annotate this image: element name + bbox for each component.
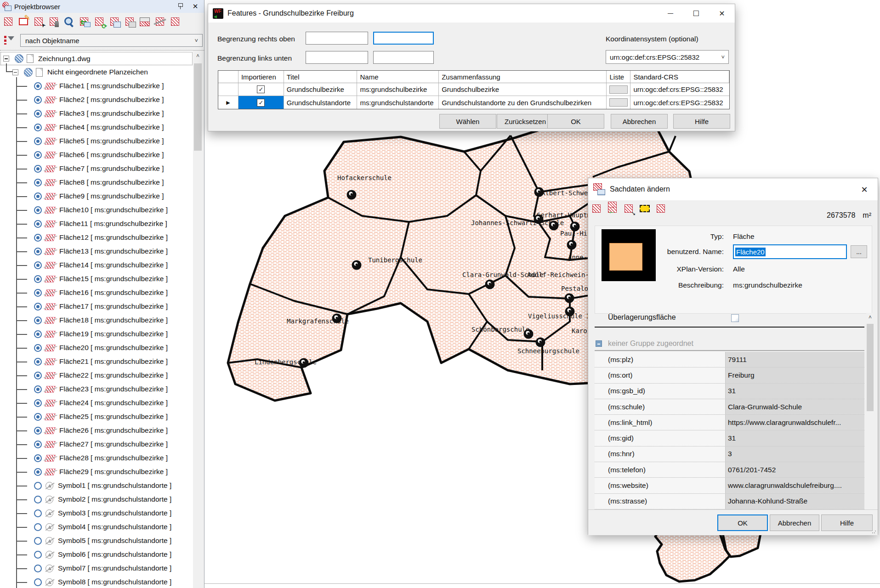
visibility-target-icon[interactable]: [34, 275, 42, 283]
mark-extent-icon[interactable]: [639, 203, 650, 214]
liste-button[interactable]: [609, 98, 628, 107]
tree-item[interactable]: Symbol4 [ ms:grundschulstandorte ]: [0, 520, 193, 534]
tree-item[interactable]: Symbol5 [ ms:grundschulstandorte ]: [0, 534, 193, 548]
attribute-value[interactable]: Johanna-Kohlund-Straße: [726, 494, 864, 509]
refresh-icon[interactable]: [3, 16, 14, 27]
tree-item[interactable]: Fläche17 [ ms:grundschulbezirke ]: [0, 300, 193, 313]
collapse-icon[interactable]: [3, 56, 9, 62]
visibility-target-icon[interactable]: [34, 344, 42, 352]
school-marker-icon[interactable]: [332, 314, 342, 323]
checkbox-checked-icon[interactable]: [257, 85, 265, 93]
scroll-up-icon[interactable]: [866, 313, 874, 322]
tree-item[interactable]: Fläche1 [ ms:grundschulbezirke ]: [0, 79, 193, 93]
tree-item[interactable]: Fläche18 [ ms:grundschulbezirke ]: [0, 313, 193, 327]
visibility-target-icon[interactable]: [34, 509, 42, 517]
more-button[interactable]: ...: [851, 245, 867, 258]
visibility-target-icon[interactable]: [34, 289, 42, 297]
visibility-target-icon[interactable]: [34, 248, 42, 255]
swap-sachdaten-icon[interactable]: [607, 203, 618, 214]
school-marker-icon[interactable]: [534, 187, 544, 197]
visibility-target-icon[interactable]: [34, 565, 42, 572]
cancel-button[interactable]: Abbrechen: [770, 514, 819, 531]
tree-item[interactable]: Fläche24 [ ms:grundschulbezirke ]: [0, 396, 193, 410]
help-icon[interactable]: [655, 203, 666, 214]
tree-item[interactable]: Fläche12 [ ms:grundschulbezirke ]: [0, 231, 193, 244]
scrollbar-thumb[interactable]: [867, 324, 874, 411]
attribute-row[interactable]: (ms:ort) Freiburg: [595, 368, 864, 383]
stamp-plansign-icon[interactable]: [623, 203, 634, 214]
attribute-value[interactable]: 31: [726, 384, 864, 399]
import-checkbox-cell[interactable]: [238, 96, 284, 109]
help-icon[interactable]: [170, 16, 181, 27]
attribute-value[interactable]: 0761/201-7452: [726, 462, 864, 477]
checkbox-checked-icon[interactable]: [257, 99, 265, 107]
tree-item-drawing[interactable]: Zeichnung1.dwg: [0, 52, 193, 65]
attribute-row[interactable]: (ms:schule) Clara-Grunwald-Schule: [595, 399, 864, 415]
school-marker-icon[interactable]: [352, 260, 362, 270]
panel-titlebar[interactable]: Projektbrowser: [0, 0, 204, 13]
visibility-target-icon[interactable]: [34, 358, 42, 366]
school-marker-icon[interactable]: [485, 280, 495, 289]
tree-item[interactable]: Fläche25 [ ms:grundschulbezirke ]: [0, 410, 193, 424]
checkbox-unchecked-icon[interactable]: [731, 314, 739, 322]
attribute-value[interactable]: Freiburg: [726, 368, 864, 383]
help-button[interactable]: Hilfe: [821, 514, 873, 531]
tree-item[interactable]: Fläche19 [ ms:grundschulbezirke ]: [0, 327, 193, 341]
liste-cell[interactable]: [607, 96, 630, 109]
tree-item[interactable]: Fläche9 [ ms:grundschulbezirke ]: [0, 189, 193, 203]
visibility-target-icon[interactable]: [34, 317, 42, 324]
tree-item[interactable]: Fläche22 [ ms:grundschulbezirke ]: [0, 368, 193, 382]
minimize-icon[interactable]: [658, 4, 683, 23]
visibility-target-icon[interactable]: [34, 427, 42, 435]
close-icon[interactable]: [190, 1, 200, 11]
attribute-value[interactable]: 31: [726, 430, 864, 446]
tree-item-group[interactable]: Nicht eingeordnete Planzeichen: [0, 65, 193, 79]
visibility-target-icon[interactable]: [34, 454, 42, 462]
school-marker-icon[interactable]: [549, 221, 559, 231]
attribute-value[interactable]: https://www.claragrunwaldschulefr...: [726, 415, 864, 430]
scroll-up-icon[interactable]: [193, 51, 203, 60]
visibility-target-icon[interactable]: [34, 192, 42, 200]
bounds-bottom-y-input[interactable]: [373, 51, 434, 64]
copy-plansign-icon[interactable]: [109, 16, 120, 27]
crs-dropdown[interactable]: urn:ogc:def:crs:EPSG::25832: [606, 50, 729, 64]
tree-item[interactable]: Symbol1 [ ms:grundschulstandorte ]: [0, 479, 193, 492]
tree-item[interactable]: Symbol3 [ ms:grundschulstandorte ]: [0, 506, 193, 520]
tree-item[interactable]: Fläche2 [ ms:grundschulbezirke ]: [0, 93, 193, 107]
tree-item[interactable]: Fläche11 [ ms:grundschulbezirke ]: [0, 217, 193, 231]
ok-button[interactable]: OK: [717, 514, 768, 531]
visibility-target-icon[interactable]: [34, 220, 42, 228]
visibility-target-icon[interactable]: [34, 124, 42, 131]
group-collapse-icon[interactable]: [596, 340, 602, 347]
tree-item[interactable]: Fläche29 [ ms:grundschulbezirke ]: [0, 465, 193, 479]
tree-item[interactable]: Fläche14 [ ms:grundschulbezirke ]: [0, 258, 193, 272]
visibility-target-icon[interactable]: [34, 372, 42, 379]
tree-item[interactable]: Fläche23 [ ms:grundschulbezirke ]: [0, 382, 193, 396]
tree-item[interactable]: Fläche5 [ ms:grundschulbezirke ]: [0, 134, 193, 148]
tree-item[interactable]: Symbol8 [ ms:grundschulstandorte ]: [0, 575, 193, 588]
tree-item[interactable]: Fläche27 [ ms:grundschulbezirke ]: [0, 437, 193, 451]
school-marker-icon[interactable]: [299, 358, 309, 368]
zuruecksetzen-button[interactable]: Zurücksetzen: [497, 114, 554, 129]
delete-plansign-icon[interactable]: [48, 16, 59, 27]
resize-grip[interactable]: [872, 529, 876, 534]
attribute-row[interactable]: (ms:link_html) https://www.claragrunwald…: [595, 415, 864, 430]
tree-item[interactable]: Fläche21 [ ms:grundschulbezirke ]: [0, 355, 193, 368]
ok-button[interactable]: OK: [547, 114, 604, 129]
visibility-target-icon[interactable]: [34, 261, 42, 269]
recycle-plansign-icon[interactable]: [94, 16, 105, 27]
visibility-target-icon[interactable]: [34, 206, 42, 214]
tree-item[interactable]: Fläche7 [ ms:grundschulbezirke ]: [0, 162, 193, 175]
overlay-plansign-icon[interactable]: [124, 16, 135, 27]
attribute-value[interactable]: Clara-Grunwald-Schule: [726, 399, 864, 414]
visibility-target-icon[interactable]: [34, 179, 42, 187]
window-plansign-icon[interactable]: [139, 16, 150, 27]
visibility-target-icon[interactable]: [34, 234, 42, 242]
tree-item[interactable]: Fläche10 [ ms:grundschulbezirke ]: [0, 203, 193, 217]
visibility-target-icon[interactable]: [34, 578, 42, 586]
table-row[interactable]: Grundschulstandorte ms:grundschulstandor…: [218, 96, 729, 109]
collapse-icon[interactable]: [12, 69, 18, 75]
tree-scrollbar[interactable]: [193, 51, 203, 588]
visibility-target-icon[interactable]: [34, 303, 42, 311]
select-plansign-icon[interactable]: [33, 16, 44, 27]
